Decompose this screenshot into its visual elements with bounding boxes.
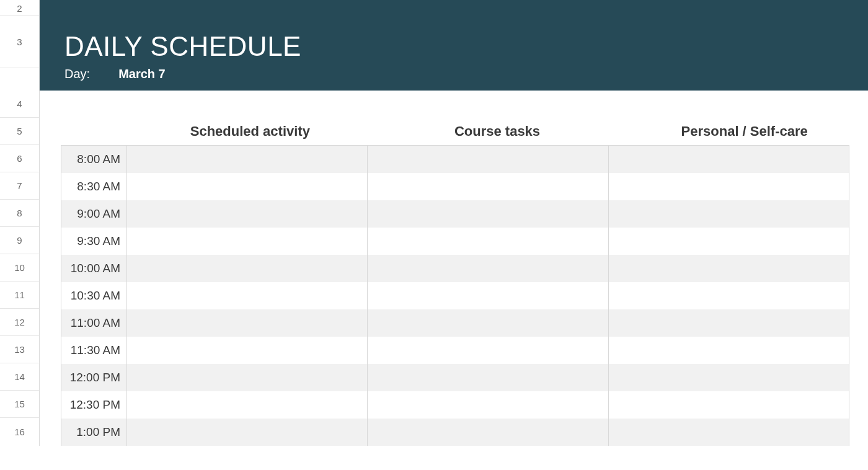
time-cell[interactable]: 1:00 PM — [61, 419, 127, 446]
row-header[interactable]: 8 — [0, 200, 39, 227]
scheduled-cell[interactable] — [127, 200, 368, 228]
course-cell[interactable] — [368, 255, 608, 282]
time-cell[interactable]: 11:00 AM — [61, 309, 127, 337]
personal-cell[interactable] — [609, 309, 849, 337]
table-row: 12:30 PM — [61, 391, 849, 419]
table-row: 1:00 PM — [61, 419, 849, 446]
course-cell[interactable] — [368, 309, 608, 337]
table-row: 9:30 AM — [61, 228, 849, 255]
time-cell[interactable]: 12:00 PM — [61, 364, 127, 391]
row-header[interactable]: 9 — [0, 227, 39, 254]
row-header[interactable]: 13 — [0, 336, 39, 363]
scheduled-cell[interactable] — [127, 228, 368, 255]
row-header[interactable]: 16 — [0, 418, 39, 445]
column-header-time — [61, 118, 126, 145]
personal-cell[interactable] — [609, 173, 849, 200]
scheduled-cell[interactable] — [127, 173, 368, 200]
scheduled-cell[interactable] — [127, 282, 368, 309]
row-header[interactable]: 2 — [0, 0, 39, 16]
course-cell[interactable] — [368, 419, 608, 446]
page-title: DAILY SCHEDULE — [64, 31, 868, 62]
course-cell[interactable] — [368, 200, 608, 228]
row-header[interactable]: 5 — [0, 118, 39, 145]
table-row: 11:30 AM — [61, 337, 849, 364]
schedule-grid: 8:00 AM 8:30 AM 9:00 AM 9:30 AM — [61, 145, 849, 446]
banner: DAILY SCHEDULE Day: March 7 — [40, 0, 868, 91]
table-row: 10:30 AM — [61, 282, 849, 309]
time-cell[interactable]: 9:00 AM — [61, 200, 127, 228]
table-row: 10:00 AM — [61, 255, 849, 282]
row-header[interactable]: 6 — [0, 145, 39, 172]
personal-cell[interactable] — [609, 364, 849, 391]
time-cell[interactable]: 10:30 AM — [61, 282, 127, 309]
time-cell[interactable]: 9:30 AM — [61, 228, 127, 255]
personal-cell[interactable] — [609, 200, 849, 228]
column-headers: Scheduled activity Course tasks Personal… — [40, 118, 868, 145]
row-header[interactable]: 7 — [0, 172, 39, 200]
column-header-personal: Personal / Self-care — [621, 118, 868, 145]
time-cell[interactable]: 11:30 AM — [61, 337, 127, 364]
row-header[interactable] — [0, 68, 39, 91]
time-cell[interactable]: 8:00 AM — [61, 146, 127, 173]
scheduled-cell[interactable] — [127, 419, 368, 446]
table-row: 8:00 AM — [61, 146, 849, 173]
scheduled-cell[interactable] — [127, 309, 368, 337]
table-row: 12:00 PM — [61, 364, 849, 391]
personal-cell[interactable] — [609, 337, 849, 364]
day-value[interactable]: March 7 — [118, 67, 166, 81]
row-header[interactable]: 14 — [0, 363, 39, 391]
scheduled-cell[interactable] — [127, 337, 368, 364]
row-header-gutter: 2 3 4 5 6 7 8 9 10 11 12 13 14 15 16 — [0, 0, 40, 446]
course-cell[interactable] — [368, 146, 608, 173]
personal-cell[interactable] — [609, 255, 849, 282]
course-cell[interactable] — [368, 337, 608, 364]
time-cell[interactable]: 12:30 PM — [61, 391, 127, 419]
scheduled-cell[interactable] — [127, 146, 368, 173]
course-cell[interactable] — [368, 391, 608, 419]
scheduled-cell[interactable] — [127, 255, 368, 282]
personal-cell[interactable] — [609, 228, 849, 255]
time-cell[interactable]: 8:30 AM — [61, 173, 127, 200]
table-row: 9:00 AM — [61, 200, 849, 228]
course-cell[interactable] — [368, 228, 608, 255]
personal-cell[interactable] — [609, 282, 849, 309]
scheduled-cell[interactable] — [127, 391, 368, 419]
personal-cell[interactable] — [609, 419, 849, 446]
row-header[interactable]: 15 — [0, 391, 39, 418]
course-cell[interactable] — [368, 173, 608, 200]
sheet-content: DAILY SCHEDULE Day: March 7 Scheduled ac… — [40, 0, 868, 446]
spreadsheet: 2 3 4 5 6 7 8 9 10 11 12 13 14 15 16 DAI… — [0, 0, 868, 446]
course-cell[interactable] — [368, 282, 608, 309]
row-header[interactable]: 3 — [0, 16, 39, 68]
personal-cell[interactable] — [609, 146, 849, 173]
row-header[interactable]: 12 — [0, 309, 39, 336]
day-label: Day: — [64, 67, 90, 81]
row-header[interactable]: 4 — [0, 91, 39, 118]
row-header[interactable]: 10 — [0, 254, 39, 282]
row-header[interactable]: 11 — [0, 282, 39, 309]
personal-cell[interactable] — [609, 391, 849, 419]
scheduled-cell[interactable] — [127, 364, 368, 391]
table-row: 8:30 AM — [61, 173, 849, 200]
column-header-course: Course tasks — [374, 118, 621, 145]
spacer-row — [40, 91, 868, 118]
column-header-scheduled: Scheduled activity — [126, 118, 374, 145]
time-cell[interactable]: 10:00 AM — [61, 255, 127, 282]
day-row: Day: March 7 — [64, 67, 868, 81]
course-cell[interactable] — [368, 364, 608, 391]
table-row: 11:00 AM — [61, 309, 849, 337]
